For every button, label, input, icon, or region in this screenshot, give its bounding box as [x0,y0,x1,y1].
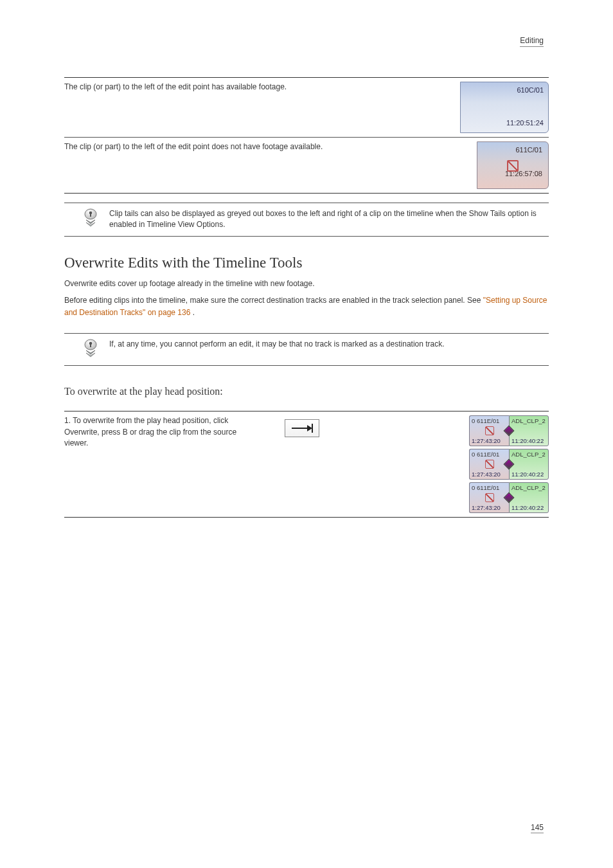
table-row-text: The clip (or part) to the left of the ed… [64,82,460,93]
clip-timecode: 11:20:40:22 [511,437,546,444]
clip-name: ADL_CLP_2 [511,451,546,458]
svg-rect-2 [90,214,91,217]
clip-timecode: 11:20:40:22 [511,504,546,511]
header-section-label: Editing [520,36,544,47]
svg-marker-7 [307,425,312,431]
clip-name: 0 611E/01 [472,451,507,458]
clip-segment: ADL_CLP_2 11:20:40:22 [509,415,549,446]
no-footage-icon [485,460,494,469]
clip-timecode: 1:27:43:20 [472,504,507,511]
no-footage-icon [507,160,519,172]
body-paragraph: Overwrite edits cover up footage already… [64,278,549,290]
tip-text: If, at any time, you cannot perform an e… [109,339,546,350]
tip-icon [82,208,100,230]
clip-name: ADL_CLP_2 [511,484,546,491]
clip-segment: ADL_CLP_2 11:20:40:22 [509,449,549,480]
timeline-example: 0 611E/01 1:27:43:20 ADL_CLP_2 11:20:40:… [469,415,549,513]
clip-segment: 0 611E/01 1:27:43:20 [469,415,509,446]
svg-point-4 [89,341,93,345]
page-footer: 145 [531,823,544,832]
clip-segment: 0 611E/01 1:27:43:20 [469,449,509,480]
svg-rect-5 [90,345,91,347]
no-footage-icon [485,426,494,435]
body-paragraph: Before editing clips into the timeline, … [64,294,549,318]
clip-name: 611C/01 [482,145,544,156]
clip-timecode: 11:20:51:24 [465,118,544,129]
text-span: Before editing clips into the timeline, … [64,296,483,305]
section-heading: Overwrite Edits with the Timeline Tools [64,255,549,271]
clip-name: 0 611E/01 [472,417,507,424]
clip-name: 0 611E/01 [472,484,507,491]
overwrite-button-icon [285,419,319,437]
svg-point-1 [89,212,93,215]
page-number: 145 [531,823,544,833]
clip-timecode: 1:27:43:20 [472,437,507,444]
timeline-track-row: 0 611E/01 1:27:43:20 ADL_CLP_2 11:20:40:… [469,415,549,446]
timeline-track-row: 0 611E/01 1:27:43:20 ADL_CLP_2 11:20:40:… [469,482,549,513]
clip-timecode: 1:27:43:20 [472,471,507,478]
timeline-track-row: 0 611E/01 1:27:43:20 ADL_CLP_2 11:20:40:… [469,449,549,480]
clip-timecode: 11:20:40:22 [511,471,546,478]
no-footage-icon [485,493,494,502]
sub-heading: To overwrite at the play head position: [64,384,549,400]
tip-text: Clip tails can also be displayed as grey… [109,208,546,231]
tip-icon [82,339,100,360]
clip-segment: ADL_CLP_2 11:20:40:22 [509,482,549,513]
step-text: 1. To overwrite from the play head posit… [64,415,244,449]
table-row-text: The clip (or part) to the left of the ed… [64,141,477,152]
clip-tail-available: 610C/01 11:20:51:24 [460,82,549,133]
clip-name: 610C/01 [465,85,544,96]
clip-tail-unavailable: 611C/01 11:26:57:08 [477,141,549,189]
clip-segment: 0 611E/01 1:27:43:20 [469,482,509,513]
clip-name: ADL_CLP_2 [511,417,546,424]
text-span: . [193,308,195,317]
